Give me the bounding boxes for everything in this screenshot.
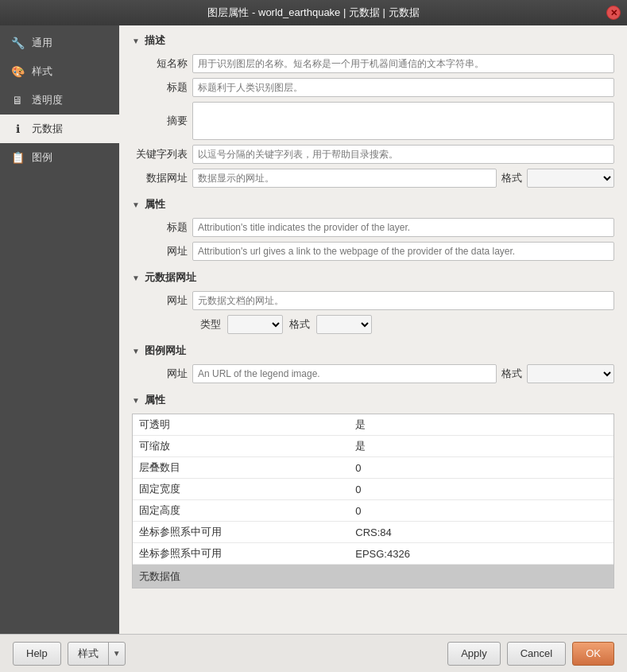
legend-url-section: ▼ 图例网址 网址 格式 (132, 344, 614, 383)
attributes-table-container: 可透明是可缩放是层叠数目0固定宽度0固定高度0坐标参照系中可用CRS:84坐标参… (132, 414, 614, 588)
attr-title-row: 标题 (132, 218, 614, 237)
ok-button[interactable]: OK (572, 642, 614, 666)
table-row: 固定高度0 (133, 500, 613, 522)
prop-value: 是 (349, 414, 613, 436)
attr-title-label: 标题 (132, 220, 188, 235)
metadata-url-section: ▼ 元数据网址 网址 类型 格式 (132, 270, 614, 334)
style-icon: 🎨 (10, 64, 25, 80)
attribution-title: 属性 (145, 197, 165, 212)
table-row: 可缩放是 (133, 436, 613, 457)
help-button[interactable]: Help (13, 642, 61, 666)
legend-url-input[interactable] (192, 364, 497, 383)
properties-triangle[interactable]: ▼ (132, 396, 140, 405)
main-window: 图层属性 - world_earthquake | 元数据 | 元数据 ✕ 🔧 … (0, 0, 627, 672)
sidebar-item-style[interactable]: 🎨 样式 (0, 57, 119, 86)
close-button[interactable]: ✕ (606, 6, 621, 20)
cancel-button[interactable]: Cancel (507, 642, 566, 666)
summary-row: 摘要 (132, 102, 614, 140)
metadata-url-triangle[interactable]: ▼ (132, 274, 140, 282)
prop-key: 固定高度 (133, 500, 349, 522)
properties-title: 属性 (145, 393, 165, 407)
prop-key: 可透明 (133, 414, 349, 436)
dataurl-format-select[interactable] (527, 169, 614, 188)
sidebar-item-metadata[interactable]: ℹ 元数据 (0, 115, 119, 143)
properties-section: ▼ 属性 可透明是可缩放是层叠数目0固定宽度0固定高度0坐标参照系中可用CRS:… (132, 393, 614, 588)
bottom-bar: Help 样式 ▼ Apply Cancel OK (0, 634, 627, 672)
summary-input[interactable] (192, 102, 614, 140)
dataurl-row: 数据网址 格式 (132, 169, 614, 188)
attr-url-input[interactable] (192, 242, 614, 261)
general-icon: 🔧 (10, 35, 25, 51)
description-triangle[interactable]: ▼ (132, 37, 140, 45)
attr-url-label: 网址 (132, 244, 188, 258)
prop-key: 坐标参照系中可用 (133, 543, 349, 565)
table-row: 固定宽度0 (133, 479, 613, 500)
prop-value: 0 (349, 457, 613, 479)
meta-type-row: 类型 格式 (200, 315, 614, 334)
table-row: 层叠数目0 (133, 457, 613, 479)
legend-url-triangle[interactable]: ▼ (132, 347, 140, 355)
metadata-url-title: 元数据网址 (145, 270, 196, 285)
attribution-section: ▼ 属性 标题 网址 (132, 197, 614, 261)
dataurl-input[interactable] (192, 169, 497, 188)
style-button[interactable]: 样式 (68, 643, 108, 665)
no-data-row: 无数据值 (133, 565, 613, 589)
prop-value: CRS:84 (349, 522, 613, 543)
legend-url-row: 网址 格式 (132, 364, 614, 383)
sidebar-label-transparency: 透明度 (32, 93, 63, 107)
sidebar-item-general[interactable]: 🔧 通用 (0, 29, 119, 57)
title-label: 标题 (132, 80, 188, 95)
legend-url-label: 网址 (132, 367, 188, 381)
meta-format-select[interactable] (316, 315, 372, 334)
prop-value: EPSG:4326 (349, 543, 613, 565)
description-header: ▼ 描述 (132, 33, 614, 48)
sidebar-label-general: 通用 (32, 36, 52, 50)
summary-label: 摘要 (132, 114, 188, 128)
meta-url-label: 网址 (132, 293, 188, 308)
prop-key: 坐标参照系中可用 (133, 522, 349, 543)
legend-url-title: 图例网址 (145, 344, 186, 358)
table-row: 坐标参照系中可用EPSG:4326 (133, 543, 613, 565)
no-data-label: 无数据值 (133, 565, 613, 589)
meta-format-label: 格式 (289, 317, 310, 332)
attr-url-row: 网址 (132, 242, 614, 261)
legend-icon: 📋 (10, 150, 25, 165)
attr-title-input[interactable] (192, 218, 614, 237)
sidebar-label-style: 样式 (32, 64, 52, 79)
legend-format-select[interactable] (527, 364, 614, 383)
window-title: 图层属性 - world_earthquake | 元数据 | 元数据 (21, 6, 606, 20)
keywords-row: 关键字列表 (132, 145, 614, 164)
prop-key: 固定宽度 (133, 479, 349, 500)
sidebar-item-transparency[interactable]: 🖥 透明度 (0, 86, 119, 115)
metadata-url-header: ▼ 元数据网址 (132, 270, 614, 285)
legend-format-label: 格式 (501, 367, 522, 381)
meta-url-input[interactable] (192, 291, 614, 310)
sidebar-item-legend[interactable]: 📋 图例 (0, 143, 119, 172)
titlebar: 图层属性 - world_earthquake | 元数据 | 元数据 ✕ (0, 0, 627, 25)
prop-value: 是 (349, 436, 613, 457)
table-row: 可透明是 (133, 414, 613, 436)
legend-url-header: ▼ 图例网址 (132, 344, 614, 358)
description-section: ▼ 描述 短名称 标题 摘要 关键字列表 (132, 33, 614, 188)
content-area: ▼ 描述 短名称 标题 摘要 关键字列表 (119, 25, 627, 634)
sidebar-label-metadata: 元数据 (32, 122, 63, 136)
prop-value: 0 (349, 479, 613, 500)
prop-value: 0 (349, 500, 613, 522)
short-name-row: 短名称 (132, 54, 614, 73)
transparency-icon: 🖥 (10, 92, 25, 108)
meta-type-label: 类型 (200, 317, 221, 332)
prop-key: 可缩放 (133, 436, 349, 457)
keywords-input[interactable] (192, 145, 614, 164)
table-row: 坐标参照系中可用CRS:84 (133, 522, 613, 543)
attribution-triangle[interactable]: ▼ (132, 200, 140, 209)
short-name-label: 短名称 (132, 56, 188, 71)
apply-button[interactable]: Apply (447, 642, 501, 666)
meta-type-select[interactable] (227, 315, 283, 334)
short-name-input[interactable] (192, 54, 614, 73)
title-input[interactable] (192, 78, 614, 97)
style-dropdown-arrow[interactable]: ▼ (108, 643, 125, 665)
keywords-label: 关键字列表 (132, 147, 188, 161)
properties-header: ▼ 属性 (132, 393, 614, 407)
sidebar: 🔧 通用 🎨 样式 🖥 透明度 ℹ 元数据 📋 图例 (0, 25, 119, 634)
sidebar-label-legend: 图例 (32, 150, 52, 165)
